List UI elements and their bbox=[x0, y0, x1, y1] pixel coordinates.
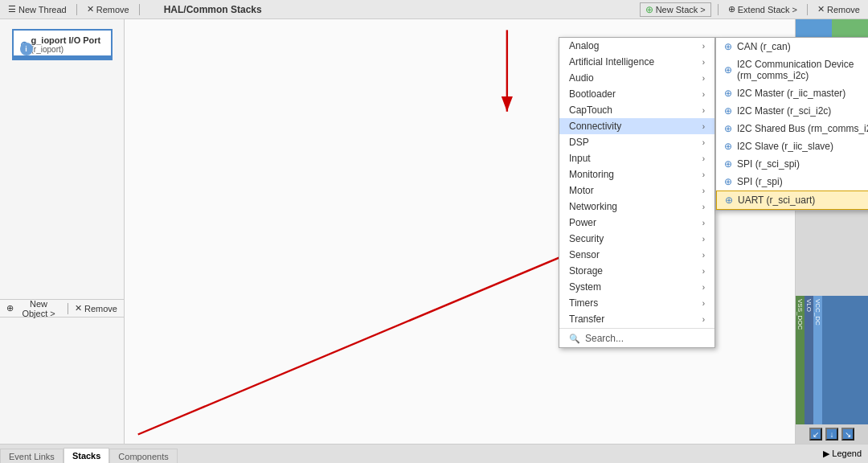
new-object-button[interactable]: ⊕ New Object > bbox=[3, 298, 64, 319]
menu-item-ai[interactable]: Artificial Intelligence › bbox=[559, 54, 714, 70]
submenu-item-uart[interactable]: ⊕ UART (r_sci_uart) bbox=[716, 191, 868, 210]
sub-icon-spi: ⊕ bbox=[724, 176, 732, 187]
sub-icon-i2c-slave: ⊕ bbox=[724, 141, 732, 152]
menu-arrow-monitoring: › bbox=[702, 170, 705, 179]
sub-icon-can: ⊕ bbox=[724, 41, 732, 52]
submenu-item-i2c-master2[interactable]: ⊕ I2C Master (r_sci_i2c) bbox=[716, 102, 868, 120]
menu-item-dsp[interactable]: DSP › bbox=[559, 134, 714, 150]
legend-label: ▶ Legend bbox=[823, 449, 862, 459]
left-panel: ⊕ g_ioport I/O Port (r_ioport) i ⊕ New bbox=[0, 19, 125, 444]
page-title: HAL/Common Stacks bbox=[164, 4, 262, 15]
stack-component-box[interactable]: ⊕ g_ioport I/O Port (r_ioport) i bbox=[12, 29, 113, 60]
sidebar-label-vlo: VLO bbox=[805, 296, 813, 424]
submenu-item-i2c-shared[interactable]: ⊕ I2C Shared Bus (rm_comms_i2c) bbox=[716, 120, 868, 137]
submenu-label-i2c-comm: I2C Communication Device (rm_comms_i2c) bbox=[737, 59, 868, 81]
menu-label-timers: Timers bbox=[569, 297, 598, 309]
menu-divider bbox=[559, 328, 714, 329]
stack-bottom-bar bbox=[14, 55, 111, 59]
menu-arrow-motor: › bbox=[702, 186, 705, 195]
tab-components[interactable]: Components bbox=[109, 449, 177, 463]
menu-arrow-ai: › bbox=[702, 58, 705, 67]
stack-info-icon: i bbox=[20, 43, 33, 55]
menu-item-audio[interactable]: Audio › bbox=[559, 70, 714, 86]
menu-label-bootloader: Bootloader bbox=[569, 88, 616, 100]
new-stack-button[interactable]: ⊕ New Stack > bbox=[640, 2, 711, 17]
new-object-icon: ⊕ bbox=[6, 303, 14, 313]
menu-item-analog[interactable]: Analog › bbox=[559, 38, 714, 54]
center-panel: Analog › Artificial Intelligence › Audio… bbox=[125, 19, 796, 444]
tab-event-links[interactable]: Event Links bbox=[0, 449, 63, 463]
menu-label-system: System bbox=[569, 281, 601, 293]
menu-item-monitoring[interactable]: Monitoring › bbox=[559, 166, 714, 182]
menu-item-timers[interactable]: Timers › bbox=[559, 295, 714, 311]
new-thread-button[interactable]: ☰ New Thread bbox=[5, 3, 70, 15]
menu-label-storage: Storage bbox=[569, 265, 603, 277]
menu-arrow-storage: › bbox=[702, 267, 705, 276]
menu-item-sensor[interactable]: Sensor › bbox=[559, 247, 714, 263]
submenu-label-i2c-slave: I2C Slave (r_iic_slave) bbox=[737, 141, 833, 152]
submenu-item-spi-sci[interactable]: ⊕ SPI (r_sci_spi) bbox=[716, 155, 868, 173]
menu-arrow-analog: › bbox=[702, 42, 705, 51]
legend-button[interactable]: ▶ Legend bbox=[817, 445, 868, 463]
new-stack-label: New Stack > bbox=[656, 5, 706, 14]
menu-arrow-audio: › bbox=[702, 74, 705, 83]
menu-arrow-bootloader: › bbox=[702, 90, 705, 99]
left-separator bbox=[68, 303, 68, 314]
menu-label-connectivity: Connectivity bbox=[569, 121, 621, 132]
main-content: ⊕ g_ioport I/O Port (r_ioport) i ⊕ New bbox=[0, 19, 868, 444]
submenu-item-i2c-master1[interactable]: ⊕ I2C Master (r_iic_master) bbox=[716, 84, 868, 102]
remove-button-2[interactable]: ✕ Remove bbox=[814, 3, 863, 15]
menu-arrow-power: › bbox=[702, 219, 705, 227]
submenu-item-can[interactable]: ⊕ CAN (r_can) bbox=[716, 38, 868, 55]
menu-item-networking[interactable]: Networking › bbox=[559, 199, 714, 215]
arrow-down-left-button[interactable]: ↙ bbox=[809, 428, 822, 440]
toolbar-separator-2 bbox=[139, 4, 140, 15]
remove-button-1[interactable]: ✕ Remove bbox=[84, 3, 133, 15]
remove-label-3: Remove bbox=[84, 304, 117, 313]
bottom-tabs: Event Links Stacks Components bbox=[0, 445, 408, 463]
submenu-item-i2c-comm[interactable]: ⊕ I2C Communication Device (rm_comms_i2c… bbox=[716, 55, 868, 84]
sub-icon-i2c-master1: ⊕ bbox=[724, 88, 732, 99]
remove-button-3[interactable]: ✕ Remove bbox=[72, 302, 121, 314]
extend-stack-button[interactable]: ⊕ Extend Stack > bbox=[725, 3, 800, 15]
menu-item-security[interactable]: Security › bbox=[559, 231, 714, 247]
menu-item-motor[interactable]: Motor › bbox=[559, 182, 714, 199]
stack-component-id: (r_ioport) bbox=[31, 45, 101, 54]
menu-arrow-sensor: › bbox=[702, 251, 705, 260]
menu-label-dsp: DSP bbox=[569, 137, 589, 148]
menu-item-captouch[interactable]: CapTouch › bbox=[559, 102, 714, 118]
menu-label-motor: Motor bbox=[569, 185, 594, 196]
new-thread-icon: ☰ bbox=[8, 4, 16, 14]
submenu-label-i2c-master2: I2C Master (r_sci_i2c) bbox=[737, 105, 831, 117]
menu-label-analog: Analog bbox=[569, 40, 599, 51]
app-container: ☰ New Thread ✕ Remove HAL/Common Stacks … bbox=[0, 0, 868, 463]
submenu-label-i2c-shared: I2C Shared Bus (rm_comms_i2c) bbox=[737, 123, 868, 134]
sidebar-labels: VSS_DOC VLO VCC_DC bbox=[796, 296, 868, 424]
menu-label-audio: Audio bbox=[569, 72, 594, 84]
remove-icon-1: ✕ bbox=[87, 4, 94, 14]
submenu-label-i2c-master1: I2C Master (r_iic_master) bbox=[737, 88, 845, 99]
tab-stacks[interactable]: Stacks bbox=[63, 448, 109, 463]
menu-item-power[interactable]: Power › bbox=[559, 215, 714, 231]
menu-item-bootloader[interactable]: Bootloader › bbox=[559, 86, 714, 102]
connectivity-submenu: ⊕ CAN (r_can) ⊕ I2C Communication Device… bbox=[715, 37, 868, 211]
submenu-item-spi[interactable]: ⊕ SPI (r_spi) bbox=[716, 173, 868, 191]
left-panel-top: ⊕ g_ioport I/O Port (r_ioport) i bbox=[0, 19, 124, 299]
arrow-down-button[interactable]: ↓ bbox=[825, 428, 838, 440]
search-item[interactable]: 🔍 Search... bbox=[559, 330, 714, 347]
extend-stack-label: Extend Stack > bbox=[738, 5, 797, 14]
menu-arrow-timers: › bbox=[702, 299, 705, 308]
menu-item-input[interactable]: Input › bbox=[559, 150, 714, 166]
menu-item-transfer[interactable]: Transfer › bbox=[559, 311, 714, 327]
menu-arrow-transfer: › bbox=[702, 315, 705, 324]
arrow-down-right-button[interactable]: ↘ bbox=[841, 428, 854, 440]
top-toolbar: ☰ New Thread ✕ Remove HAL/Common Stacks … bbox=[0, 0, 868, 19]
menu-label-input: Input bbox=[569, 153, 591, 164]
menu-label-security: Security bbox=[569, 233, 604, 244]
menu-label-ai: Artificial Intelligence bbox=[569, 56, 654, 68]
menu-item-connectivity[interactable]: Connectivity › bbox=[559, 118, 714, 134]
menu-item-storage[interactable]: Storage › bbox=[559, 263, 714, 279]
menu-item-system[interactable]: System › bbox=[559, 279, 714, 295]
sub-icon-i2c-master2: ⊕ bbox=[724, 105, 732, 117]
submenu-item-i2c-slave[interactable]: ⊕ I2C Slave (r_iic_slave) bbox=[716, 137, 868, 155]
